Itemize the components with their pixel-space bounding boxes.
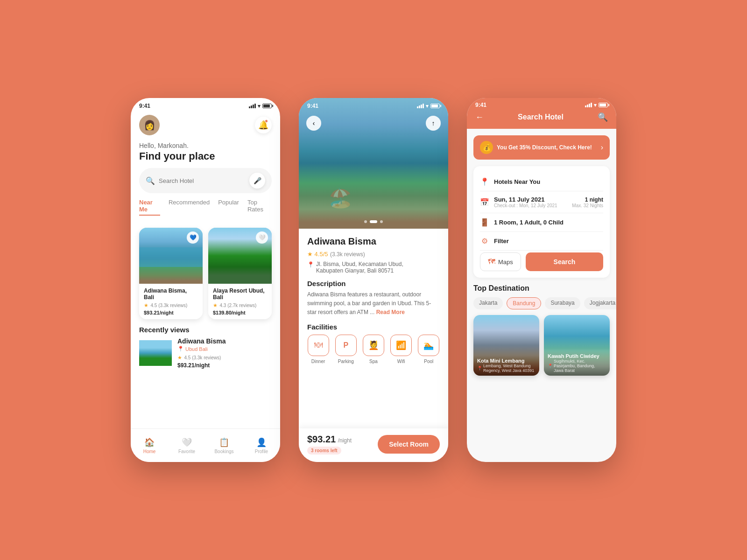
description-text: Adiwana Bisma features a restaurant, out… (307, 290, 440, 317)
hotel-hero-image: 9:41 ▾ ‹ ↑ (299, 98, 448, 229)
p2-footer: $93.21 /night 3 rooms left Select Room (299, 428, 448, 462)
status-icons-1: ▾ (249, 103, 272, 109)
phone-home: 9:41 ▾ 👩 🔔 Hello, Markonah. F (131, 98, 280, 462)
profile-icon: 👤 (256, 437, 267, 448)
kawah-location: 📍 Sugihmukti, Kec. Pasirjambu, Bandung, … (548, 359, 606, 373)
p1-top-row: 👩 🔔 (139, 115, 272, 135)
location-icon: 📍 (177, 346, 184, 352)
location-line2: Kabupaten Gianyar, Bali 80571 (316, 267, 394, 274)
nav-profile-label: Profile (255, 449, 268, 454)
dest-tab-surabaya[interactable]: Surabaya (545, 297, 580, 309)
tab-recommended[interactable]: Recommended (169, 199, 210, 216)
search-bar[interactable]: 🔍 🎤 (139, 168, 272, 193)
dest-pin-1: 📍 (477, 366, 482, 371)
discount-text: You Get 35% Discount, Check Here! (497, 144, 592, 151)
favorite-button-1[interactable]: 💙 (187, 231, 199, 244)
bell-button[interactable]: 🔔 (255, 117, 272, 133)
price-2: $139.80/night (213, 310, 267, 315)
map-icon: 🗺 (488, 258, 495, 266)
form-actions: 🗺 Maps Search (480, 252, 603, 271)
lembang-location: 📍 Lembang, West Bandung Regency, West Ja… (477, 364, 536, 373)
favorite-button-2[interactable]: 🤍 (256, 231, 268, 244)
tab-top-rates[interactable]: Top Rates (247, 199, 272, 216)
dot-1 (364, 220, 367, 223)
status-bar-2: 9:41 ▾ (299, 98, 448, 111)
dest-card-lembang[interactable]: Kota Mini Lembang 📍 Lembang, West Bandun… (473, 315, 539, 376)
battery-1 (262, 104, 272, 108)
filter-label: Filter (494, 238, 603, 245)
coin-icon: 💰 (480, 141, 493, 154)
phone-detail: 9:41 ▾ ‹ ↑ Adiwana B (299, 98, 448, 462)
hotel-name: Adiwana Bisma (307, 236, 440, 247)
hotel-price: $93.21 (307, 434, 336, 444)
dest-card-kawah[interactable]: Kawah Putih Ciwidey 📍 Sugihmukti, Kec. P… (544, 315, 610, 376)
share-button[interactable]: ↑ (426, 116, 441, 131)
nav-bookings[interactable]: 📋 Bookings (205, 437, 243, 454)
location-row[interactable]: 📍 Hotels Near You (480, 173, 603, 191)
dest-tab-jakarta[interactable]: Jakarta (473, 297, 503, 309)
parking-label: Parking (338, 359, 354, 364)
spa-label: Spa (369, 359, 378, 364)
dot-3 (380, 220, 383, 223)
date-row[interactable]: 📅 Sun, 11 July 2021 Check-out : Mon, 12 … (480, 191, 603, 213)
rooms-badge: 3 rooms left (307, 447, 341, 455)
p1-header: 👩 🔔 Hello, Markonah. Find your place 🔍 🎤… (131, 111, 280, 228)
top-dest-title: Top Destination (473, 284, 610, 293)
price-1: $93.21/night (144, 310, 198, 315)
status-icons-3: ▾ (585, 102, 608, 108)
select-room-button[interactable]: Select Room (378, 435, 440, 454)
back-button[interactable]: ‹ (306, 116, 321, 131)
tab-near-me[interactable]: Near Me (139, 199, 160, 216)
lembang-info: Kota Mini Lembang 📍 Lembang, West Bandun… (473, 355, 539, 376)
search-form-card: 📍 Hotels Near You 📅 Sun, 11 July 2021 Ch… (473, 166, 610, 278)
hotel-cards: 💙 Adiwana Bisma, Bali ★ 4.5 (3.3k review… (131, 228, 280, 319)
mic-button[interactable]: 🎤 (249, 173, 265, 189)
facility-wifi: 📶 Wifi (390, 335, 412, 364)
dest-tab-jogjakarta[interactable]: Jogjakarta (584, 297, 616, 309)
hotel-stars: ★ 4.5/5 (307, 251, 328, 258)
kawah-info: Kawah Putih Ciwidey 📍 Sugihmukti, Kec. P… (544, 350, 610, 376)
kawah-name: Kawah Putih Ciwidey (548, 353, 606, 359)
destination-cards: Kota Mini Lembang 📍 Lembang, West Bandun… (473, 315, 610, 376)
back-button-3[interactable]: ← (475, 112, 484, 122)
p3-header: 9:41 ▾ ← Search Hotel 🔍 (467, 98, 616, 129)
maps-button[interactable]: 🗺 Maps (480, 252, 521, 271)
nav-home[interactable]: 🏠 Home (131, 437, 168, 454)
nights-value: 1 night (572, 196, 603, 203)
discount-banner[interactable]: 💰 You Get 35% Discount, Check Here! › (473, 135, 610, 160)
hotel-location: 📍 Jl. Bisma, Ubud, Kecamatan Ubud, Kabup… (307, 261, 440, 274)
rooms-row[interactable]: 🚪 1 Room, 1 Adult, 0 Child (480, 213, 603, 232)
price-row: $93.21 /night (307, 434, 352, 445)
facility-spa: 💆 Spa (363, 335, 384, 364)
p3-body: 💰 You Get 35% Discount, Check Here! › 📍 … (467, 129, 616, 382)
rating-2: 4.3 (2.7k reviews) (219, 303, 256, 308)
facility-pool: 🏊 Pool (418, 335, 439, 364)
battery-3 (599, 103, 608, 107)
recent-item[interactable]: Adiwana Bisma 📍 Ubud Bali ★ 4.5 (3.3k re… (131, 337, 280, 369)
hotel-card-1[interactable]: 💙 Adiwana Bisma, Bali ★ 4.5 (3.3k review… (139, 228, 203, 319)
nav-profile[interactable]: 👤 Profile (243, 437, 280, 454)
dest-tab-bandung[interactable]: Bandung (507, 297, 541, 309)
tab-popular[interactable]: Popular (218, 199, 239, 216)
filter-tabs: Near Me Recommended Popular Top Rates (139, 199, 272, 216)
signal-2 (417, 104, 424, 108)
read-more-link[interactable]: Read More (376, 309, 405, 315)
facilities-list: 🍽 Dinner P Parking 💆 Spa 📶 Wifi (307, 335, 440, 364)
pool-icon: 🏊 (418, 335, 439, 356)
search-icon-3[interactable]: 🔍 (598, 112, 608, 122)
search-button[interactable]: Search (526, 252, 603, 271)
time-1: 9:41 (139, 103, 150, 109)
p3-nav-row: ← Search Hotel 🔍 (475, 112, 608, 122)
parking-icon: P (335, 335, 357, 356)
search-input[interactable] (159, 177, 246, 184)
filter-row[interactable]: ⚙ Filter (480, 232, 603, 251)
price-area: $93.21 /night 3 rooms left (307, 434, 352, 455)
hotel-card-2[interactable]: 🤍 Alaya Resort Ubud, Bali ★ 4.3 (2.7k re… (208, 228, 272, 319)
nav-favorite[interactable]: 🤍 Favorite (168, 437, 205, 454)
spa-icon: 💆 (363, 335, 384, 356)
battery-2 (430, 104, 440, 108)
maps-label: Maps (498, 259, 513, 266)
lembang-name: Kota Mini Lembang (477, 358, 536, 364)
hotel-card-info-2: Alaya Resort Ubud, Bali ★ 4.3 (2.7k revi… (208, 284, 272, 319)
recent-location: 📍 Ubud Bali (177, 346, 272, 352)
